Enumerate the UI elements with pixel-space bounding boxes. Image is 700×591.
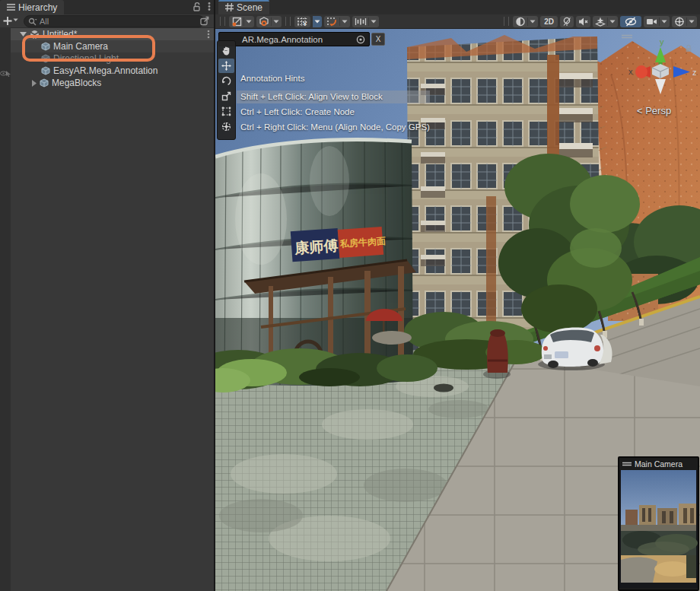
tab-scene[interactable]: Scene <box>218 0 269 14</box>
hidden-objects-toggle[interactable] <box>620 16 641 27</box>
tab-hierarchy[interactable]: Hierarchy <box>0 0 64 14</box>
hint-line-1: Shift + Left Click: Align View to Block <box>240 92 383 101</box>
dropdown-caret-icon <box>689 20 695 24</box>
scene-tabbar: Scene <box>215 0 700 15</box>
grid-visibility-caret[interactable] <box>313 16 322 27</box>
hierarchy-tab-label: Hierarchy <box>18 2 57 13</box>
directional-light-label: Directional Light <box>53 53 119 64</box>
gizmos-button[interactable] <box>672 16 697 27</box>
effects-toggle[interactable] <box>593 16 618 27</box>
hand-tool[interactable] <box>218 43 234 58</box>
scene-lighting-toggle[interactable] <box>560 16 574 27</box>
gizmo-z-label: z <box>692 68 697 77</box>
move-tool[interactable] <box>218 59 234 73</box>
gameobject-cube-icon <box>41 42 50 51</box>
camera-preview-title: Main Camera <box>635 459 682 469</box>
hierarchy-row-megablocks[interactable]: MegaBlocks <box>11 77 214 89</box>
search-icon <box>28 17 37 26</box>
scene-tools-overlay <box>217 40 236 140</box>
scene-picker-icon[interactable] <box>200 16 210 26</box>
close-button[interactable]: X <box>371 33 385 46</box>
dropdown-caret-icon <box>609 20 616 24</box>
gameobject-cube-icon <box>41 66 50 75</box>
hierarchy-panel: Hierarchy All <box>0 0 214 591</box>
target-icon[interactable] <box>356 35 365 44</box>
foldout-closed-icon[interactable] <box>32 80 37 87</box>
scene-name-label: Untitled* <box>43 29 77 40</box>
gizmo-y-label: y <box>660 37 664 46</box>
create-object-button[interactable] <box>3 16 20 26</box>
easyar-annotation-label: EasyAR.Mega.Annotation <box>53 65 158 76</box>
dropdown-caret-icon <box>342 20 348 24</box>
shading-mode-button[interactable] <box>513 16 538 27</box>
hierarchy-row-easyar-annotation[interactable]: EasyAR.Mega.Annotation <box>11 65 214 77</box>
snap-settings-button[interactable] <box>324 16 350 27</box>
panel-menu-icon <box>7 4 15 11</box>
banner-left-text: 康师傅 <box>294 237 339 256</box>
hierarchy-tabbar: Hierarchy <box>0 0 214 15</box>
snap-increment-button[interactable] <box>352 16 379 27</box>
grid-visibility-button[interactable]: Y <box>294 16 310 27</box>
megablocks-label: MegaBlocks <box>52 78 101 88</box>
hierarchy-toolbar: All <box>0 14 214 28</box>
gizmo-x-label: x <box>628 67 633 76</box>
hierarchy-row-directional-light[interactable]: Directional Light <box>11 52 214 65</box>
camera-preview-render <box>619 470 698 588</box>
kebab-menu-icon[interactable] <box>208 2 211 11</box>
annotation-panel-title: AR.Mega.Annotation <box>242 35 356 44</box>
gizmo-y-axis[interactable] <box>655 47 666 62</box>
annotation-hints-title: Annotation Hints <box>240 74 304 83</box>
unity-editor-window: Hierarchy All <box>0 0 700 591</box>
dropdown-caret-icon <box>530 20 536 24</box>
transform-tool[interactable] <box>218 119 234 134</box>
hierarchy-row-main-camera[interactable]: Main Camera <box>11 40 214 52</box>
svg-text:Y: Y <box>303 21 307 27</box>
overlay-drag-handle[interactable] <box>504 17 509 26</box>
persp-label: < Persp <box>637 105 671 116</box>
hierarchy-search-value: All <box>40 17 49 26</box>
scale-tool[interactable] <box>218 89 234 103</box>
overlay-drag-handle[interactable] <box>220 17 225 26</box>
camera-view-button[interactable] <box>644 16 670 27</box>
gizmo-neg-y-axis[interactable] <box>655 79 666 94</box>
dropdown-caret-icon <box>246 20 252 24</box>
scene-viewport[interactable]: 康师傅 私房牛肉面 <box>215 29 700 591</box>
gameobject-cube-icon <box>41 54 50 63</box>
foldout-open-icon[interactable] <box>20 32 27 37</box>
unlock-icon[interactable] <box>192 2 202 11</box>
annotation-panel-titlebar[interactable]: AR.Mega.Annotation <box>218 32 370 46</box>
2d-toggle-button[interactable]: 2D <box>540 16 558 27</box>
rotate-tool[interactable] <box>218 74 234 88</box>
hierarchy-row-scene[interactable]: Untitled* <box>11 28 214 40</box>
camera-preview-header[interactable]: Main Camera <box>619 458 698 470</box>
gizmo-lock-icon[interactable] <box>685 44 692 52</box>
camera-preview-panel[interactable]: Main Camera <box>618 456 699 591</box>
close-label: X <box>376 35 381 43</box>
gameobject-cube-icon <box>40 78 49 87</box>
hint-line-2: Ctrl + Left Click: Create Node <box>240 107 355 116</box>
tool-handle-position-button[interactable] <box>229 16 254 27</box>
gizmo-z-axis[interactable] <box>673 66 690 78</box>
toolbar-separator <box>285 17 291 26</box>
rect-tool[interactable] <box>218 104 234 119</box>
2d-label: 2D <box>544 17 554 26</box>
dropdown-caret-icon <box>371 20 377 24</box>
dropdown-caret-icon <box>661 20 667 24</box>
tool-handle-rotation-button[interactable] <box>256 16 282 27</box>
main-camera-label: Main Camera <box>53 41 108 52</box>
scene-tab-label: Scene <box>237 2 262 13</box>
preview-handle-icon <box>622 462 632 466</box>
dropdown-caret-icon <box>273 20 279 24</box>
scene-kebab-icon[interactable] <box>207 30 210 39</box>
scene-grid-icon <box>225 3 234 11</box>
audio-toggle[interactable] <box>576 16 590 27</box>
hierarchy-search-input[interactable]: All <box>24 15 205 27</box>
gizmo-center-cube[interactable] <box>652 64 669 78</box>
manhole-cover <box>434 384 453 392</box>
hierarchy-visibility-gutter <box>0 27 11 591</box>
hint-line-3: Ctrl + Right Click: Menu (Align Node, Co… <box>240 122 430 132</box>
scene-panel: Scene Y <box>215 0 700 591</box>
scene-toolbar: Y 2D <box>215 14 700 29</box>
unity-scene-icon <box>30 30 40 40</box>
